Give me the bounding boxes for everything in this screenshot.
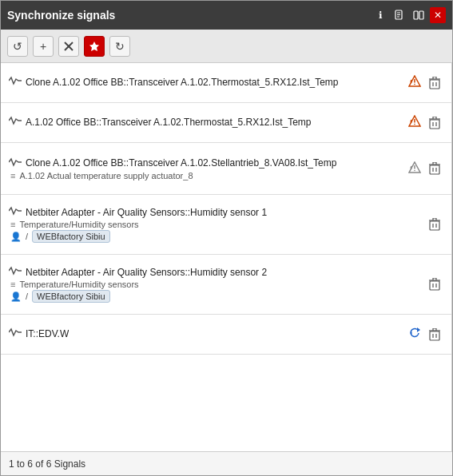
- signal-type-icon: [9, 266, 22, 278]
- signals-list[interactable]: Clone A.1.02 Office BB::Transceiver A.1.…: [1, 63, 452, 451]
- info-button[interactable]: ℹ: [372, 7, 388, 23]
- delete-button[interactable]: [424, 324, 445, 345]
- warning-icon: [408, 75, 421, 90]
- svg-rect-41: [430, 165, 439, 174]
- lines-icon: ≡: [10, 220, 15, 229]
- title-bar-left: Synchronize signals: [7, 9, 115, 22]
- main-window: Synchronize signals ℹ ✕ ↺: [0, 0, 453, 476]
- person-icon: 👤: [10, 292, 22, 302]
- svg-rect-48: [430, 221, 439, 230]
- svg-point-11: [414, 84, 415, 85]
- item-actions: [408, 324, 445, 345]
- svg-point-37: [414, 169, 415, 171]
- signal-content: Netbiter Adapter - Air Quality Sensors::…: [9, 206, 418, 243]
- close-button[interactable]: ✕: [430, 7, 446, 23]
- separator: /: [26, 292, 28, 301]
- lines-icon: ≡: [10, 171, 15, 180]
- list-item: A.1.02 Office BB::Transceiver A.1.02.The…: [1, 103, 451, 143]
- svg-marker-62: [417, 327, 420, 332]
- svg-marker-8: [89, 42, 99, 51]
- title-bar: Synchronize signals ℹ ✕: [1, 1, 452, 30]
- signal-description: Temperature/Humidity sensors: [19, 280, 138, 289]
- signal-name: IT::EDV.W: [26, 328, 69, 339]
- svg-rect-66: [430, 331, 439, 340]
- signal-content: IT::EDV.W: [9, 327, 402, 341]
- sync-all-button[interactable]: ↻: [109, 36, 130, 57]
- svg-point-24: [414, 124, 415, 125]
- svg-rect-5: [419, 11, 423, 19]
- list-item: Netbiter Adapter - Air Quality Sensors::…: [1, 255, 451, 315]
- refresh-icon: [408, 327, 421, 342]
- split-button[interactable]: [411, 7, 427, 23]
- signal-tag: WEBfactory Sibiu: [32, 230, 110, 243]
- signal-type-icon: [9, 327, 22, 339]
- signal-type-icon: [9, 116, 22, 128]
- signal-description: Temperature/Humidity sensors: [19, 220, 138, 229]
- signal-type-icon: [9, 157, 22, 169]
- signal-content: A.1.02 Office BB::Transceiver A.1.02.The…: [9, 116, 402, 129]
- content-area: Clone A.1.02 Office BB::Transceiver A.1.…: [1, 63, 452, 451]
- sync-status-icon: [408, 161, 421, 177]
- refresh-button[interactable]: ↺: [7, 36, 28, 57]
- svg-rect-55: [430, 281, 439, 290]
- delete-button[interactable]: [424, 113, 445, 133]
- delete-button[interactable]: [424, 214, 445, 235]
- item-actions: [408, 113, 445, 133]
- item-actions: [424, 274, 445, 295]
- list-item: IT::EDV.W: [1, 315, 451, 355]
- svg-rect-15: [430, 80, 439, 89]
- item-actions: [408, 73, 445, 93]
- delete-button[interactable]: [424, 158, 445, 179]
- status-bar: 1 to 6 of 6 Signals: [1, 451, 452, 475]
- add-button[interactable]: +: [33, 36, 54, 57]
- list-item: Netbiter Adapter - Air Quality Sensors::…: [1, 195, 451, 255]
- signal-content: Netbiter Adapter - Air Quality Sensors::…: [9, 266, 418, 303]
- signal-type-icon: [9, 206, 22, 218]
- signal-type-icon: [9, 76, 22, 88]
- signal-description: A.1.02 Actual temperature supply actuato…: [19, 171, 193, 180]
- signal-content: Clone A.1.02 Office BB::Transceiver A.1.…: [9, 76, 402, 89]
- status-text: 1 to 6 of 6 Signals: [9, 458, 85, 470]
- toolbar: ↺ + ↻: [1, 30, 452, 63]
- signal-name: Clone A.1.02 Office BB::Transceiver A.1.…: [26, 77, 339, 88]
- window-title: Synchronize signals: [7, 9, 115, 22]
- signal-name: Netbiter Adapter - Air Quality Sensors::…: [26, 207, 267, 218]
- active-button[interactable]: [84, 36, 105, 57]
- lines-icon: ≡: [10, 280, 15, 289]
- item-actions: [424, 214, 445, 235]
- list-item: Clone A.1.02 Office BB::Transceiver A.1.…: [1, 63, 451, 103]
- remove-button[interactable]: [58, 36, 79, 57]
- signal-name: A.1.02 Office BB::Transceiver A.1.02.The…: [26, 117, 312, 128]
- item-actions: [408, 158, 445, 179]
- signal-name: Netbiter Adapter - Air Quality Sensors::…: [26, 267, 267, 278]
- svg-rect-4: [414, 11, 418, 19]
- signal-tag: WEBfactory Sibiu: [32, 290, 110, 303]
- delete-button[interactable]: [424, 274, 445, 295]
- person-icon: 👤: [10, 232, 22, 242]
- list-item: Clone A.1.02 Office BB::Transceiver A.1.…: [1, 143, 451, 195]
- delete-button[interactable]: [424, 73, 445, 93]
- svg-rect-28: [430, 120, 439, 129]
- doc-button[interactable]: [391, 7, 407, 23]
- signal-name: Clone A.1.02 Office BB::Transceiver A.1.…: [26, 157, 336, 169]
- warning-icon: [408, 115, 421, 130]
- separator: /: [26, 232, 28, 241]
- signal-content: Clone A.1.02 Office BB::Transceiver A.1.…: [9, 157, 402, 180]
- title-bar-buttons: ℹ ✕: [372, 7, 446, 23]
